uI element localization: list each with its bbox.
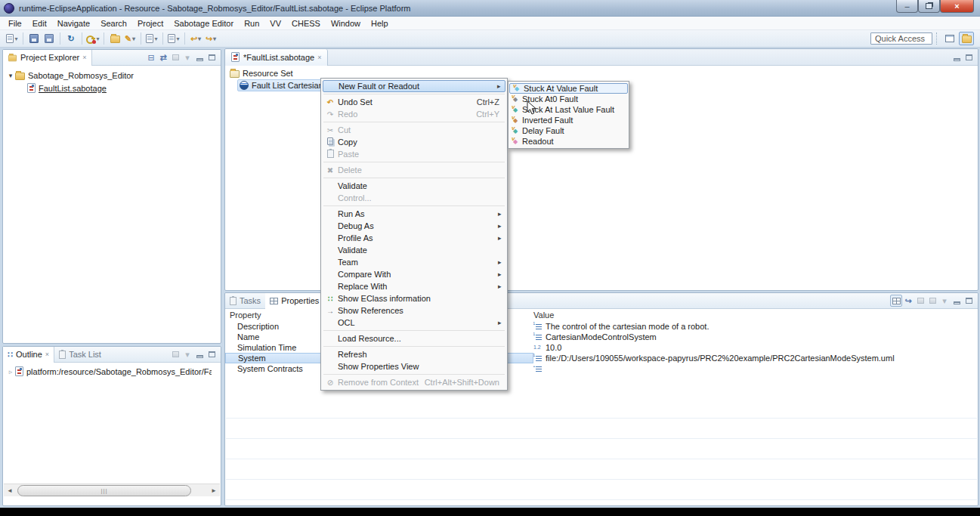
menu-item-run-as[interactable]: Run As ▸	[321, 208, 507, 220]
menu-item-validate[interactable]: Validate	[321, 180, 507, 192]
restore-button[interactable]	[918, 0, 940, 13]
tree-item-project[interactable]: ▾ Sabotage_Robmosys_Editor	[3, 69, 221, 82]
menu-file[interactable]: File	[3, 17, 27, 30]
run-external-button[interactable]: ▾	[145, 32, 159, 45]
menu-item-redo[interactable]: ↷ Redo Ctrl+Y	[321, 108, 507, 120]
menu-vv[interactable]: VV	[264, 17, 286, 30]
menu-search[interactable]: Search	[95, 17, 132, 30]
column-value[interactable]: Value	[533, 311, 978, 320]
scrollbar-thumb[interactable]: |||	[17, 485, 191, 496]
minimize-view-button[interactable]	[951, 295, 963, 307]
tab-task-list[interactable]: Task List	[54, 347, 106, 363]
view-menu-button[interactable]: ▾	[181, 51, 193, 63]
maximize-view-button[interactable]	[206, 348, 218, 360]
close-icon[interactable]: ×	[82, 54, 86, 61]
menu-edit[interactable]: Edit	[27, 17, 52, 30]
menu-window[interactable]: Window	[326, 17, 366, 30]
menu-item-undo-set[interactable]: ↶ Undo Set Ctrl+Z	[321, 96, 507, 108]
submenu-item-stuck-at-value-fault[interactable]: v◆ Stuck At Value Fault	[509, 83, 628, 94]
chevron-down-icon: ▾	[14, 36, 17, 42]
focus-button[interactable]	[169, 51, 181, 63]
minimize-view-button[interactable]	[193, 348, 206, 360]
submenu-arrow-icon: ▸	[498, 270, 505, 278]
close-icon[interactable]: ×	[45, 351, 49, 358]
menu-item-control[interactable]: Control...	[321, 192, 507, 204]
menu-run[interactable]: Run	[239, 17, 264, 30]
quick-access-input[interactable]: Quick Access	[870, 32, 932, 45]
scroll-right-icon[interactable]: ►	[208, 487, 220, 494]
submenu-item-inverted-fault[interactable]: v◆ Inverted Fault	[509, 115, 629, 125]
menu-item-team[interactable]: Team ▸	[321, 256, 507, 268]
new-wizard-button[interactable]: ▾	[5, 32, 19, 45]
open-button[interactable]	[108, 32, 122, 45]
menu-item-load-resource[interactable]: Load Resource...	[321, 332, 507, 345]
menu-item-debug-as[interactable]: Debug As ▸	[321, 220, 507, 232]
view-menu-button[interactable]: ▾	[181, 348, 193, 360]
pin-view-button[interactable]: ↪	[902, 295, 914, 307]
menu-item-show-references[interactable]: → Show References	[321, 304, 507, 317]
maximize-view-button[interactable]	[963, 295, 975, 307]
menu-navigate[interactable]: Navigate	[52, 17, 95, 30]
submenu-item-delay-fault[interactable]: v◆ Delay Fault	[509, 125, 629, 136]
security-button[interactable]: ▾	[86, 32, 100, 45]
tab-faultlist-sabotage[interactable]: *FaultList.sabotage ×	[225, 49, 328, 66]
menu-item-new-fault-or-readout[interactable]: New Fault or Readout ▸	[323, 80, 505, 92]
references-icon: →	[323, 307, 338, 315]
project-folder-icon	[15, 73, 25, 80]
menu-item-profile-as[interactable]: Profile As ▸	[321, 232, 507, 244]
tab-outline[interactable]: ∷ Outline ×	[3, 347, 54, 363]
menu-project[interactable]: Project	[132, 17, 168, 30]
show-categories-button[interactable]	[914, 295, 926, 307]
tree-item-faultlist-file[interactable]: FaultList.sabotage	[3, 82, 221, 94]
menu-item-cut[interactable]: ✂ Cut	[321, 124, 507, 136]
submenu-item-readout[interactable]: v◆ Readout	[509, 136, 629, 147]
menu-item-ocl[interactable]: OCL ▸	[321, 317, 507, 329]
menu-item-replace-with[interactable]: Replace With ▸	[321, 280, 507, 292]
menu-item-paste[interactable]: Paste	[321, 148, 507, 160]
submenu-arrow-icon: ▸	[498, 234, 505, 242]
close-button[interactable]: ×	[940, 0, 974, 13]
back-button[interactable]: ↩▾	[189, 32, 202, 45]
show-tree-button[interactable]	[890, 295, 902, 307]
run-config-button[interactable]: ▾	[167, 32, 181, 45]
menu-item-copy[interactable]: Copy	[321, 136, 507, 148]
maximize-view-button[interactable]	[206, 51, 218, 63]
menu-item-delete[interactable]: ✖ Delete	[321, 164, 507, 176]
scroll-left-icon[interactable]: ◄	[4, 487, 16, 494]
tree-expanded-icon[interactable]: ▾	[6, 72, 15, 79]
tab-tasks[interactable]: Tasks	[225, 293, 265, 309]
menu-item-show-properties-view[interactable]: Show Properties View	[321, 360, 507, 372]
menu-item-refresh[interactable]: Refresh	[321, 348, 507, 360]
tab-project-explorer[interactable]: Project Explorer ×	[3, 50, 92, 66]
menu-sabotage-editor[interactable]: Sabotage Editor	[168, 17, 239, 30]
show-advanced-button[interactable]	[926, 295, 938, 307]
project-explorer-icon	[8, 55, 17, 62]
minimize-view-button[interactable]	[951, 51, 963, 63]
forward-button[interactable]: ↪▾	[204, 32, 218, 45]
collapse-all-button[interactable]: ⊟	[145, 51, 157, 63]
stuck-at0-fault-icon: v◆	[510, 94, 522, 104]
save-button[interactable]	[27, 32, 41, 45]
menu-item-show-eclass-information[interactable]: ∷ Show EClass information	[321, 292, 507, 304]
link-editor-button[interactable]: ⇄	[157, 51, 169, 63]
menu-chess[interactable]: CHESS	[286, 17, 326, 30]
minimize-view-button[interactable]	[193, 51, 206, 63]
minimize-button[interactable]: –	[896, 0, 918, 13]
wand-button[interactable]: ✎▾	[123, 32, 137, 45]
maximize-view-button[interactable]	[963, 51, 975, 63]
save-all-button[interactable]	[42, 32, 56, 45]
horizontal-scrollbar[interactable]: ◄ ||| ►	[4, 484, 220, 496]
focus-button[interactable]	[169, 348, 181, 360]
resource-perspective-button[interactable]	[959, 32, 974, 45]
menu-help[interactable]: Help	[366, 17, 394, 30]
menu-item-remove-from-context[interactable]: ⊘ Remove from Context Ctrl+Alt+Shift+Dow…	[321, 376, 507, 388]
menu-item-validate-2[interactable]: Validate	[321, 244, 507, 256]
tree-item-resource[interactable]: ▹ platform:/resource/Sabotage_Robmosys_E…	[3, 365, 221, 378]
menu-separator	[323, 374, 505, 375]
view-menu-button[interactable]: ▾	[938, 295, 951, 307]
tree-collapsed-icon[interactable]: ▹	[6, 368, 15, 375]
menu-item-compare-with[interactable]: Compare With ▸	[321, 268, 507, 280]
open-perspective-button[interactable]	[942, 32, 957, 45]
refresh-button[interactable]: ↻	[64, 32, 78, 45]
close-icon[interactable]: ×	[317, 54, 321, 61]
